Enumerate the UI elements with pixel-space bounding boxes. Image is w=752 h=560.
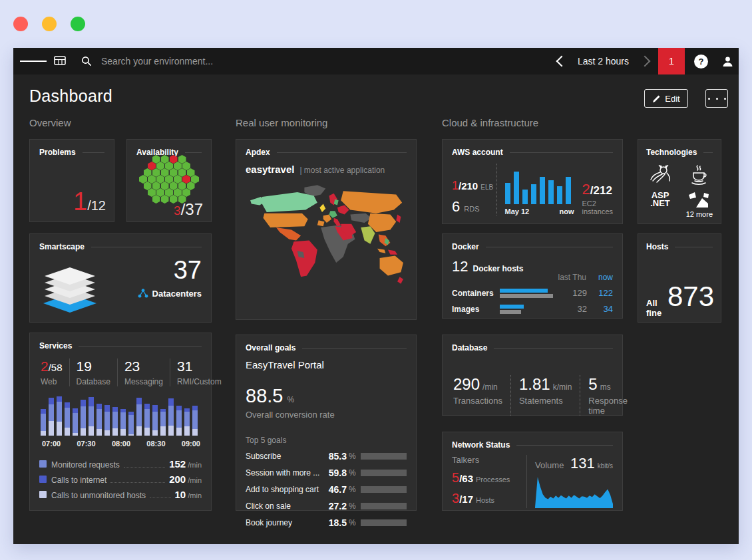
map-region-france[interactable] [323, 215, 331, 223]
map-region-iberia[interactable] [317, 220, 325, 226]
hosts-status: All fine [646, 298, 667, 318]
tile-overall-goals[interactable]: Overall goals EasyTravel Portal 88.5 % O… [236, 335, 417, 511]
window-close-button[interactable] [13, 17, 28, 31]
services-stat-web: 2/58 Web [39, 358, 69, 386]
search-bar[interactable] [73, 48, 558, 74]
map-region-russia[interactable] [341, 191, 402, 213]
docker-images-row: Images 32 34 [452, 304, 613, 314]
edit-button[interactable]: Edit [644, 89, 688, 108]
availability-hex-cell[interactable] [152, 195, 160, 204]
goal-progress-bar [361, 519, 407, 526]
apdex-subtitle: | most active application [299, 166, 385, 175]
map-region-south-america[interactable] [291, 240, 317, 277]
goal-progress-bar [361, 486, 407, 493]
dashboards-icon[interactable] [47, 48, 73, 74]
technologies-more-link[interactable]: 12 more [686, 210, 713, 218]
map-region-new-zealand[interactable] [397, 277, 403, 284]
goal-progress-bar [361, 453, 407, 460]
conversion-rate-label: Overall conversion rate [246, 410, 407, 420]
stacked-bar [73, 408, 78, 436]
aspnet-icon: ASP .NET [650, 192, 670, 209]
network-hosts-stat: 3 /17 Hosts [452, 491, 521, 506]
problems-badge[interactable]: 1 [658, 48, 685, 74]
db-transactions: 290/min Transactions [452, 375, 510, 416]
help-icon[interactable]: ? [694, 55, 708, 69]
volume-value: 131 kbit/s [570, 455, 613, 472]
datacenters-icon [138, 289, 148, 298]
more-options-button[interactable] [705, 89, 728, 108]
bar [522, 190, 528, 204]
map-region-australia[interactable] [380, 255, 403, 275]
goals-application-name[interactable]: EasyTravel Portal [246, 359, 407, 370]
volume-label: Volume [535, 460, 564, 470]
tile-smartscape[interactable]: Smartscape 37 Datacenters [29, 233, 212, 323]
availability-hex-cell[interactable] [161, 195, 169, 204]
bar [557, 186, 562, 204]
docker-containers-bars [500, 289, 553, 298]
map-region-italy[interactable] [334, 218, 341, 226]
aws-elb-stat: 1 /210 ELB [452, 179, 495, 193]
user-icon[interactable] [716, 48, 739, 74]
map-region-canada[interactable] [262, 192, 317, 212]
datacenters-label: Datacenters [152, 289, 202, 299]
tile-availability[interactable]: Availability 3 /37 [126, 139, 212, 222]
apdex-application-name[interactable]: easytravel [246, 164, 294, 175]
tile-technologies[interactable]: Technologies [638, 139, 721, 224]
problems-total: /12 [87, 198, 106, 213]
goal-row: Add to shopping cart 46.7 % [246, 484, 407, 495]
stacked-bar [96, 404, 102, 436]
legend-row: Calls to unmonitored hosts 10 /min [39, 489, 202, 500]
stacked-bar [104, 405, 110, 436]
nginx-icon [688, 192, 709, 209]
map-region-usa[interactable] [264, 213, 308, 227]
stacked-bar [152, 405, 158, 436]
map-region-central-asia[interactable] [350, 213, 371, 223]
search-input[interactable] [100, 55, 329, 67]
conversion-rate-value: 88.5 [246, 385, 283, 407]
menu-icon[interactable] [20, 48, 47, 74]
map-region-uk[interactable] [319, 204, 325, 212]
map-region-papua[interactable] [388, 250, 397, 255]
map-region-indonesia[interactable] [377, 249, 385, 253]
tile-network-status[interactable]: Network Status Talkers 5 /63 Processes 3… [442, 432, 623, 511]
map-region-japan[interactable] [396, 215, 401, 223]
network-volume-area-chart [535, 474, 613, 508]
tile-problems[interactable]: Problems 1 /12 [29, 139, 114, 222]
pencil-icon [652, 94, 661, 103]
services-x-axis: 07:00 07:30 08:00 08:30 09:00 [39, 440, 202, 448]
screenshot-canvas: Last 2 hours 1 ? Dashboard Edit Overview… [0, 0, 752, 560]
availability-down-count: 3 [174, 204, 181, 218]
stacked-bar [176, 406, 182, 436]
conversion-rate-unit: % [287, 395, 294, 404]
tile-title: Network Status [452, 440, 613, 450]
window-minimize-button[interactable] [42, 17, 57, 31]
bar [566, 177, 571, 204]
tile-hosts[interactable]: Hosts All fine 873 [638, 233, 721, 323]
map-region-mexico[interactable] [276, 227, 301, 240]
tile-aws-account[interactable]: AWS account 1 /210 ELB 6 RDS [442, 139, 623, 224]
map-region-india[interactable] [361, 226, 375, 244]
timeframe-previous-icon[interactable] [556, 56, 567, 67]
legend-swatch [39, 491, 47, 498]
tile-title: AWS account [452, 148, 613, 157]
tile-services[interactable]: Services 2/58 Web 19 Database 23 Messagi… [29, 333, 212, 511]
tile-database[interactable]: Database 290/min Transactions 1.81k/min … [442, 335, 623, 416]
network-processes-stat: 5 /63 Processes [452, 470, 521, 486]
tile-docker[interactable]: Docker 12 Docker hosts last Thu now Cont… [442, 233, 623, 319]
bar [531, 184, 536, 204]
db-statements: 1.81k/min Statements [510, 375, 580, 416]
docker-images-bars [500, 305, 553, 314]
timeframe-selector[interactable]: Last 2 hours [578, 56, 629, 67]
world-map[interactable] [246, 180, 408, 295]
window-zoom-button[interactable] [71, 17, 85, 31]
smartscape-layers-icon [38, 265, 102, 321]
goal-row: Book journey 18.5 % [246, 517, 407, 528]
docker-hosts-label: Docker hosts [472, 264, 523, 273]
tile-apdex[interactable]: Apdex easytravel | most active applicati… [236, 139, 417, 320]
timeframe-next-icon[interactable] [640, 56, 651, 67]
stacked-bar [112, 407, 118, 436]
services-stacked-bar-chart [39, 397, 202, 436]
tomcat-icon [649, 165, 671, 184]
aws-ec2-stat: 2 /212 EC2 instances [574, 164, 613, 215]
aws-rds-stat: 6 RDS [452, 198, 495, 215]
